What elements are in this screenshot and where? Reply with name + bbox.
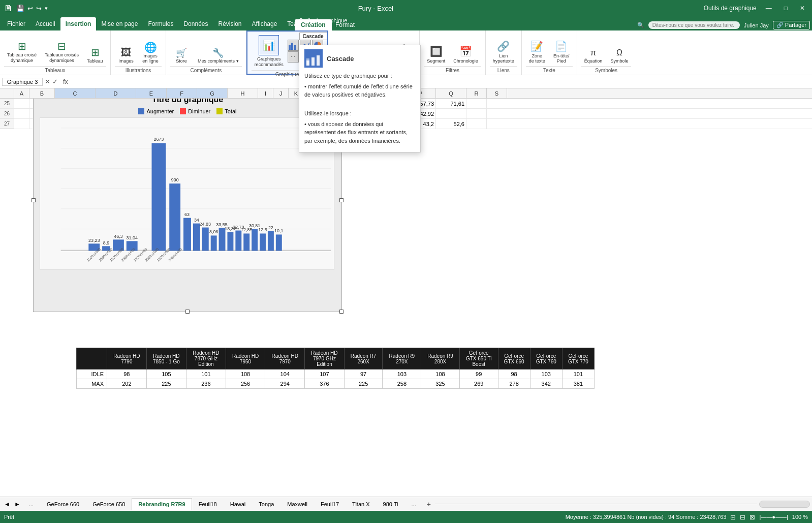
tab-titan-x[interactable]: Titan X xyxy=(346,498,376,510)
cell-max-gtx650ti[interactable]: 269 xyxy=(459,379,498,389)
cell-idle-gtx760[interactable]: 103 xyxy=(530,370,562,379)
col-S[interactable]: S xyxy=(487,88,507,98)
add-sheet-btn[interactable]: + xyxy=(423,499,435,509)
chronologie-btn[interactable]: 📅 Chronologie xyxy=(450,44,481,65)
cell-max-r9270x[interactable]: 258 xyxy=(383,379,421,389)
cell-idle-r9280x[interactable]: 108 xyxy=(421,370,460,379)
cell-max-gtx660[interactable]: 278 xyxy=(498,379,530,389)
cell-Q26[interactable] xyxy=(436,109,466,118)
tab-format[interactable]: Format xyxy=(329,19,361,30)
entete-pied-btn[interactable]: 📄 En-tête/Pied xyxy=(550,39,573,65)
tableau-croise-btn[interactable]: ⊞ Tableau croisédynamique xyxy=(4,40,40,65)
cell-idle-7970[interactable]: 104 xyxy=(265,370,305,379)
cell-A27[interactable] xyxy=(14,119,29,129)
tab-fichier[interactable]: Fichier xyxy=(2,17,30,30)
h-scrollbar[interactable] xyxy=(759,501,810,508)
cell-max-gtx770[interactable]: 381 xyxy=(562,379,594,389)
cell-max-r9280x[interactable]: 325 xyxy=(421,379,460,389)
col-H[interactable]: H xyxy=(228,88,258,98)
zoom-slider[interactable]: |——●——| xyxy=(759,514,788,520)
tab-maxwell[interactable]: Maxwell xyxy=(280,498,314,510)
close-btn[interactable]: ✕ xyxy=(797,5,808,12)
minimize-btn[interactable]: — xyxy=(763,5,775,12)
cell-idle-7970ghz[interactable]: 107 xyxy=(305,370,345,379)
tab-revision[interactable]: Révision xyxy=(213,17,246,30)
col-Q[interactable]: Q xyxy=(436,88,466,98)
cell-max-7970ghz[interactable]: 376 xyxy=(305,379,345,389)
resize-handle-right[interactable] xyxy=(339,198,343,202)
segment-btn[interactable]: 🔲 Segment xyxy=(424,44,448,65)
symbole-btn[interactable]: Ω Symbole xyxy=(607,47,631,65)
cell-max-7870[interactable]: 236 xyxy=(186,379,226,389)
images-enligne-btn[interactable]: 🌐 Imagesen ligne xyxy=(139,41,162,65)
tab-ellipsis-right[interactable]: ... xyxy=(405,498,423,510)
col-F[interactable]: F xyxy=(167,88,197,98)
tab-donnees[interactable]: Données xyxy=(178,17,213,30)
cell-idle-gtx770[interactable]: 101 xyxy=(562,370,594,379)
quick-access-save[interactable]: 💾 xyxy=(16,5,24,12)
cell-idle-7790[interactable]: 98 xyxy=(107,370,147,379)
resize-handle-br[interactable] xyxy=(339,310,343,314)
zone-texte-btn[interactable]: 📝 Zonede texte xyxy=(526,39,548,65)
col-C[interactable]: C xyxy=(55,88,96,98)
view-normal-btn[interactable]: ⊞ xyxy=(730,513,736,521)
chart-bar-btn[interactable] xyxy=(288,40,299,51)
cell-idle-gtx650ti[interactable]: 99 xyxy=(459,370,498,379)
tab-insertion[interactable]: Insertion xyxy=(60,17,97,30)
tab-tonga[interactable]: Tonga xyxy=(252,498,280,510)
tableau-btn[interactable]: ⊞ Tableau xyxy=(84,46,106,65)
tableaux-croises-btn[interactable]: ⊟ Tableaux croisésdynamiques xyxy=(42,40,82,65)
col-D[interactable]: D xyxy=(96,88,136,98)
cell-max-r7260x[interactable]: 225 xyxy=(344,379,383,389)
quick-access-undo[interactable]: ↩ xyxy=(27,5,33,12)
col-G[interactable]: G xyxy=(197,88,228,98)
tab-miseenpage[interactable]: Mise en page xyxy=(96,17,143,30)
fx-icon[interactable]: fx xyxy=(60,78,71,85)
tab-formules[interactable]: Formules xyxy=(143,17,178,30)
cell-idle-7850[interactable]: 105 xyxy=(146,370,186,379)
cell-max-7970[interactable]: 294 xyxy=(265,379,305,389)
tab-geforce-660[interactable]: GeForce 660 xyxy=(40,498,86,510)
cell-max-7790[interactable]: 202 xyxy=(107,379,147,389)
search-input[interactable] xyxy=(648,21,740,29)
equation-btn[interactable]: π Équation xyxy=(581,47,606,65)
tab-creation[interactable]: Création xyxy=(295,19,332,30)
col-B[interactable]: B xyxy=(29,88,55,98)
cell-R25[interactable] xyxy=(466,99,487,108)
cancel-icon[interactable]: ✕ xyxy=(45,78,50,85)
chart-scatter-btn[interactable]: ⋯ xyxy=(288,51,299,63)
col-R[interactable]: R xyxy=(466,88,487,98)
graphiques-recommandes-btn[interactable]: 📊 Graphiquesrecommandés xyxy=(252,34,287,69)
resize-handle-left[interactable] xyxy=(32,198,36,202)
cell-idle-r7260x[interactable]: 97 xyxy=(344,370,383,379)
chart-container[interactable]: Titre du graphique Augmenter Diminuer To… xyxy=(33,88,342,312)
cell-max-7950[interactable]: 256 xyxy=(226,379,265,389)
mes-complements-btn[interactable]: 🔧 Mes compléments ▾ xyxy=(195,47,242,65)
view-page-btn[interactable]: ⊠ xyxy=(749,513,755,521)
cell-Q27[interactable]: 52,6 xyxy=(436,119,466,129)
cell-max-7850[interactable]: 225 xyxy=(146,379,186,389)
tab-nav-prev[interactable]: ◄ xyxy=(2,500,12,509)
cell-A26[interactable] xyxy=(14,109,29,118)
formula-input[interactable] xyxy=(73,78,810,85)
cell-idle-7950[interactable]: 108 xyxy=(226,370,265,379)
images-btn[interactable]: 🖼 Images xyxy=(115,46,137,65)
store-btn[interactable]: 🛒 Store xyxy=(170,47,193,65)
quick-access-redo[interactable]: ↪ xyxy=(36,5,42,12)
tab-nav-next[interactable]: ► xyxy=(12,500,22,509)
col-E[interactable]: E xyxy=(136,88,167,98)
view-layout-btn[interactable]: ⊟ xyxy=(740,513,745,521)
tab-rebranding-r7r9[interactable]: Rebranding R7R9 xyxy=(132,498,192,510)
tab-hawai[interactable]: Hawai xyxy=(224,498,253,510)
maximize-btn[interactable]: □ xyxy=(781,5,791,12)
tab-affichage[interactable]: Affichage xyxy=(247,17,283,30)
resize-handle-bottom[interactable] xyxy=(185,310,190,314)
col-A[interactable]: A xyxy=(14,88,29,98)
tab-feuil18[interactable]: Feuil18 xyxy=(192,498,224,510)
tab-accueil[interactable]: Accueil xyxy=(30,17,60,30)
tab-feuil17[interactable]: Feuil17 xyxy=(314,498,346,510)
col-I[interactable]: I xyxy=(258,88,273,98)
cell-R26[interactable] xyxy=(466,109,487,118)
tab-980ti[interactable]: 980 Ti xyxy=(377,498,405,510)
cell-A25[interactable] xyxy=(14,99,29,108)
